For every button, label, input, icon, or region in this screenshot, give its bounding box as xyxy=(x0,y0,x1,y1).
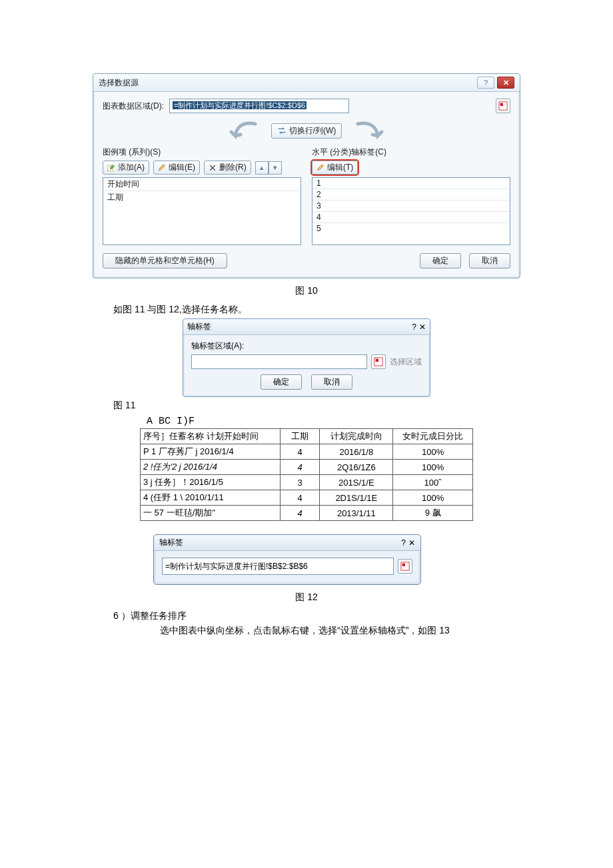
axis-label-item[interactable]: 2 xyxy=(312,189,510,201)
delete-series-button[interactable]: 删除(R) xyxy=(204,161,251,175)
axis-label-dialog-title: 轴标签 xyxy=(187,321,211,332)
paragraph-fig11-12: 如图 11 与图 12,选择任务名称。 xyxy=(113,304,573,316)
axis-labels-listbox[interactable]: 1 2 3 4 5 xyxy=(312,177,510,245)
series-item[interactable]: 开始时间 xyxy=(103,178,301,191)
th-duration: 工期 xyxy=(280,429,320,444)
switch-row-col-row: 切换行/列(W) xyxy=(103,120,510,141)
sheet-column-letters: A BC I)F xyxy=(140,416,473,427)
range-picker-icon[interactable] xyxy=(371,354,386,369)
axis-label-item[interactable]: 5 xyxy=(312,223,510,234)
add-icon xyxy=(107,164,115,172)
axis-label-item[interactable]: 4 xyxy=(312,212,510,223)
svg-rect-1 xyxy=(500,103,503,106)
chart-range-row: 图表数据区域(D): =制作计划与实际进度并行图!$C$2:$D$6 xyxy=(103,99,510,113)
svg-rect-4 xyxy=(376,359,378,362)
legend-series-panel: 图例项 (系列)(S) 添加(A) 编辑(E) 删除(R) xyxy=(103,147,301,245)
legend-series-label: 图例项 (系列)(S) xyxy=(103,147,301,158)
ok-button[interactable]: 确定 xyxy=(261,374,302,390)
hidden-cells-button[interactable]: 隐藏的单元格和空单元格(H) xyxy=(103,253,227,268)
swap-arrow-left-icon xyxy=(226,120,263,141)
axis-range-input[interactable] xyxy=(191,354,367,369)
close-icon[interactable]: ✕ xyxy=(419,322,426,332)
table-row: 3 j 任务］！2016/1/5 3 201S/1/E 100ˆ xyxy=(141,475,473,490)
figure12-caption: 图 12 xyxy=(40,592,573,604)
th-actual-pct: 女时元成日分比 xyxy=(393,429,473,444)
swap-icon xyxy=(277,126,287,135)
table-row: 一 57 一旺毡/期加" 4 2013/1/11 9 飙 xyxy=(141,506,473,521)
chart-range-input[interactable]: =制作计划与实际进度并行图!$C$2:$D$6 xyxy=(169,99,349,113)
step6-body: 选中图表中纵向坐标，点击鼠标右键，选择“设置坐标轴格式”，如图 13 xyxy=(160,625,573,637)
th-plan-end: 计划完成时向 xyxy=(320,429,393,444)
figure11-caption: 图 11 xyxy=(113,400,573,412)
series-reorder-spinner[interactable]: ▲ ▼ xyxy=(255,161,282,175)
axis-label-dialog-fig12: 轴标签 ? ✕ xyxy=(153,534,421,585)
move-down-icon[interactable]: ▼ xyxy=(269,161,282,175)
swap-arrow-right-icon xyxy=(350,120,387,141)
chart-range-label: 图表数据区域(D): xyxy=(103,101,164,112)
dialog-titlebar: 选择数据源 ? ✕ xyxy=(93,74,520,92)
svg-rect-6 xyxy=(402,564,405,566)
cancel-button[interactable]: 取消 xyxy=(469,253,510,268)
close-icon[interactable]: ✕ xyxy=(408,538,415,548)
axis-label-dialog-fig11: 轴标签 ? ✕ 轴标签区域(A): 选择区域 确定 取消 xyxy=(183,318,430,397)
close-icon[interactable]: ✕ xyxy=(497,77,514,89)
delete-icon xyxy=(209,164,217,172)
figure12-block: A BC I)F 序号］任蓄名称 计划开始时间 工期 计划完成时向 女时元成日分… xyxy=(140,416,473,585)
pencil-icon xyxy=(316,164,324,172)
select-data-source-dialog: 选择数据源 ? ✕ 图表数据区域(D): =制作计划与实际进度并行图!$C$2:… xyxy=(93,73,520,278)
axis-label-item[interactable]: 1 xyxy=(312,178,510,189)
series-listbox[interactable]: 开始时间 工期 xyxy=(103,177,301,245)
th-name-start: 序号］任蓄名称 计划开始时间 xyxy=(141,429,281,444)
table-row: 4 (任野 1 \ 2010/1/11 4 2D1S/1/1E 100% xyxy=(141,490,473,506)
axis-range-input[interactable] xyxy=(162,558,394,575)
series-item[interactable]: 工期 xyxy=(103,191,301,204)
step6-title: 6 ）调整任务排序 xyxy=(113,610,573,622)
axis-label-dialog-title: 轴标签 xyxy=(159,537,183,548)
axis-range-hint: 选择区域 xyxy=(390,356,422,368)
help-icon[interactable]: ? xyxy=(401,538,406,548)
move-up-icon[interactable]: ▲ xyxy=(255,161,269,175)
switch-row-col-button[interactable]: 切换行/列(W) xyxy=(271,123,342,139)
range-picker-icon[interactable] xyxy=(496,99,510,113)
add-series-button[interactable]: 添加(A) xyxy=(103,161,149,175)
axis-labels-panel: 水平 (分类)轴标签(C) 编辑(T) 1 2 3 4 5 xyxy=(312,147,510,245)
table-row: 2 !任为'2 j 2016/1/4 4 2Q16/1Z6 100% xyxy=(141,460,473,475)
task-table: 序号］任蓄名称 计划开始时间 工期 计划完成时向 女时元成日分比 P 1 厂存莠… xyxy=(140,428,473,521)
figure10-caption: 图 10 xyxy=(40,285,573,297)
ok-button[interactable]: 确定 xyxy=(420,253,461,268)
axis-label-item[interactable]: 3 xyxy=(312,201,510,212)
axis-labels-label: 水平 (分类)轴标签(C) xyxy=(312,147,510,158)
range-picker-icon[interactable] xyxy=(398,559,412,574)
table-row: P 1 厂存莠厂 j 2016/1/4 4 2016/1/8 100% xyxy=(141,444,473,460)
window-buttons: ? ✕ xyxy=(477,77,514,89)
edit-axis-button[interactable]: 编辑(T) xyxy=(312,161,358,175)
dialog-title: 选择数据源 xyxy=(99,77,139,89)
cancel-button[interactable]: 取消 xyxy=(311,374,352,390)
table-header-row: 序号］任蓄名称 计划开始时间 工期 计划完成时向 女时元成日分比 xyxy=(141,429,473,444)
edit-series-button[interactable]: 编辑(E) xyxy=(153,161,200,175)
help-icon[interactable]: ? xyxy=(477,77,494,89)
help-icon[interactable]: ? xyxy=(412,322,416,332)
pencil-icon xyxy=(158,164,166,172)
axis-range-label: 轴标签区域(A): xyxy=(191,340,422,352)
